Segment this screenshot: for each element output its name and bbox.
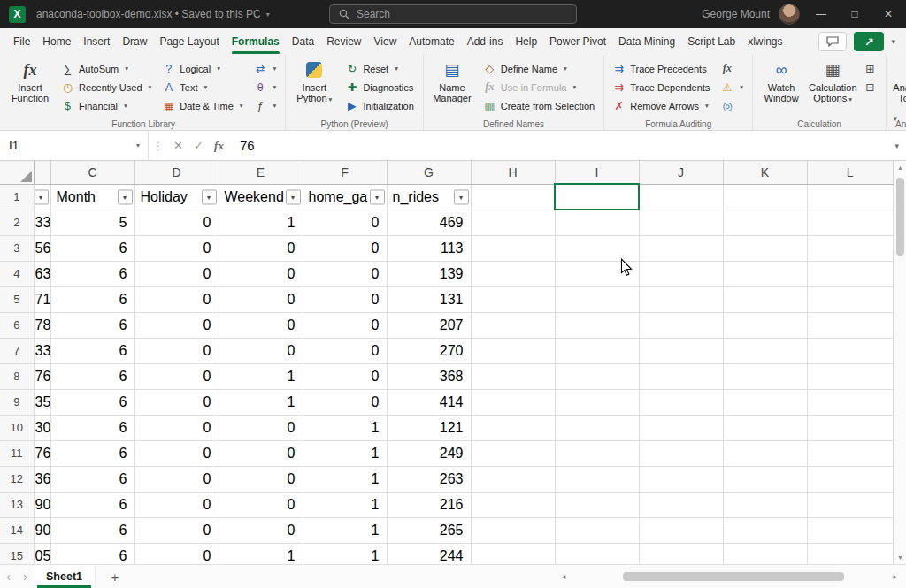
search-box[interactable]: Search (329, 4, 577, 24)
cell[interactable]: 6 (50, 543, 134, 564)
cell[interactable]: 6 (50, 235, 134, 261)
cell[interactable]: 1 (219, 210, 303, 235)
cell[interactable]: 0 (219, 517, 303, 543)
column-header-I[interactable]: I (555, 161, 639, 184)
cell[interactable]: 6 (50, 286, 134, 312)
cell[interactable] (471, 492, 555, 517)
cell[interactable]: 0 (303, 312, 387, 338)
name-manager-button[interactable]: ▤Name Manager (427, 57, 477, 103)
cell[interactable] (723, 466, 807, 492)
cell[interactable]: 216 (387, 492, 471, 517)
row-header-7[interactable]: 7 (0, 338, 34, 363)
autosum-button[interactable]: ∑AutoSum▾ (57, 59, 156, 78)
filter-button[interactable]: ▾ (202, 189, 217, 204)
cell[interactable] (723, 286, 807, 312)
cell[interactable]: 139 (387, 261, 471, 286)
cell[interactable]: n▾ (34, 184, 50, 210)
cell[interactable] (471, 312, 555, 338)
row-header-13[interactable]: 13 (0, 492, 34, 517)
cell[interactable]: 0 (134, 415, 219, 440)
cell[interactable] (807, 235, 894, 261)
cell[interactable]: 0 (219, 415, 303, 440)
cell[interactable] (807, 286, 894, 312)
cell[interactable]: 76 (34, 363, 50, 389)
column-header-H[interactable]: H (471, 161, 555, 184)
next-sheet-icon[interactable]: › (17, 569, 34, 584)
cell[interactable] (471, 338, 555, 363)
cell[interactable] (723, 389, 807, 415)
formula-bar-handle[interactable]: ⋮ (153, 140, 164, 152)
cell[interactable] (723, 415, 807, 440)
error-checking-button[interactable]: ⚠▾ (716, 78, 748, 96)
formula-bar-value[interactable]: 76 (240, 138, 255, 153)
cell[interactable] (639, 184, 723, 210)
cell[interactable]: 0 (219, 235, 303, 261)
cell[interactable] (555, 389, 639, 415)
cell[interactable] (471, 235, 555, 261)
cell[interactable]: 33 (34, 338, 50, 363)
cell[interactable]: 1 (219, 363, 303, 389)
share-button[interactable]: ↗ (854, 32, 884, 51)
cell[interactable]: 0 (134, 286, 219, 312)
chevron-down-icon[interactable]: ▾ (136, 141, 140, 149)
comments-button[interactable] (818, 32, 847, 51)
select-all-corner[interactable] (0, 161, 34, 184)
cell[interactable]: 0 (303, 286, 387, 312)
row-header-1[interactable]: 1 (0, 184, 34, 210)
ribbon-tab-review[interactable]: Review (320, 28, 367, 55)
cell[interactable] (639, 389, 723, 415)
insert-function-button[interactable]: fxInsert Function (5, 57, 55, 103)
cell[interactable] (555, 338, 639, 363)
cell[interactable]: 1 (303, 440, 387, 466)
enter-icon[interactable]: ✓ (188, 139, 209, 152)
cell[interactable]: 0 (134, 517, 219, 543)
vertical-scrollbar[interactable]: ▲ ▼ (894, 161, 906, 564)
cell[interactable]: 6 (50, 312, 134, 338)
cell[interactable]: 0 (219, 338, 303, 363)
ribbon-tab-power-pivot[interactable]: Power Pivot (543, 28, 612, 55)
cell[interactable]: 0 (303, 338, 387, 363)
logical-button[interactable]: ?Logical▾ (157, 59, 247, 78)
cell[interactable] (807, 543, 894, 564)
remove-arrows-button[interactable]: ✗Remove Arrows▾ (608, 96, 714, 115)
more-functions-button[interactable]: ƒ▾ (250, 96, 281, 115)
cell[interactable]: 0 (134, 312, 219, 338)
filter-button[interactable]: ▾ (286, 189, 301, 204)
cell[interactable]: 121 (387, 415, 471, 440)
cell[interactable]: 35 (34, 389, 50, 415)
cell[interactable]: 131 (387, 286, 471, 312)
ribbon-tab-file[interactable]: File (7, 28, 36, 55)
column-header-C[interactable]: C (50, 161, 134, 184)
cell[interactable] (723, 363, 807, 389)
cell[interactable]: 265 (387, 517, 471, 543)
cell[interactable] (723, 517, 807, 543)
row-header-9[interactable]: 9 (0, 389, 34, 415)
define-name-button[interactable]: ◇Define Name▾ (479, 59, 599, 78)
cell[interactable] (555, 312, 639, 338)
scroll-up-icon[interactable]: ▲ (894, 161, 906, 174)
cell[interactable]: 414 (387, 389, 471, 415)
cell[interactable] (555, 543, 639, 564)
trace-dependents-button[interactable]: ⇉Trace Dependents (608, 78, 714, 96)
cell[interactable]: 0 (303, 261, 387, 286)
cell[interactable]: 90 (34, 517, 50, 543)
vertical-scroll-thumb[interactable] (896, 178, 904, 256)
cell[interactable]: 0 (134, 389, 219, 415)
cell[interactable]: home_ga▾ (303, 184, 387, 210)
cell[interactable]: 0 (219, 261, 303, 286)
horizontal-scrollbar[interactable]: ◄ ► (557, 569, 902, 584)
cell[interactable] (639, 492, 723, 517)
cell[interactable] (639, 210, 723, 235)
row-header-4[interactable]: 4 (0, 261, 34, 286)
cell[interactable] (555, 286, 639, 312)
ribbon-tab-page-layout[interactable]: Page Layout (153, 28, 225, 55)
insert-python-button[interactable]: Insert Python▾ (289, 57, 339, 105)
cell[interactable]: 30 (34, 415, 50, 440)
filter-button[interactable]: ▾ (118, 189, 133, 204)
cell[interactable]: 90 (34, 492, 50, 517)
cell[interactable] (555, 210, 639, 235)
cell[interactable]: 0 (134, 466, 219, 492)
cell[interactable] (807, 389, 894, 415)
cell[interactable] (471, 466, 555, 492)
cell[interactable]: 6 (50, 415, 134, 440)
